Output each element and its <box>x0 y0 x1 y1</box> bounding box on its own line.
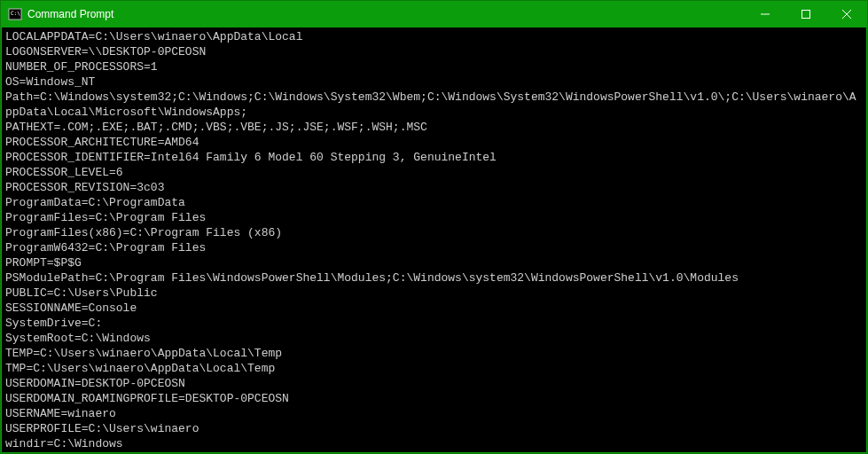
terminal-line: USERPROFILE=C:\Users\winaero <box>5 421 863 436</box>
terminal-line: ProgramData=C:\ProgramData <box>5 195 863 210</box>
terminal-line: ProgramFiles=C:\Program Files <box>5 210 863 225</box>
terminal-line: PROCESSOR_LEVEL=6 <box>5 165 863 180</box>
close-button[interactable] <box>826 1 867 27</box>
terminal-line: TEMP=C:\Users\winaero\AppData\Local\Temp <box>5 346 863 361</box>
terminal-line: PROCESSOR_IDENTIFIER=Intel64 Family 6 Mo… <box>5 150 863 165</box>
terminal-line: NUMBER_OF_PROCESSORS=1 <box>5 59 863 74</box>
terminal-line: SESSIONNAME=Console <box>5 301 863 316</box>
close-icon <box>842 10 851 19</box>
terminal-prompt[interactable]: C:\Users\winaero> <box>5 451 863 452</box>
cmd-icon: C:\ <box>8 7 22 21</box>
terminal-line: USERDOMAIN_ROAMINGPROFILE=DESKTOP-0PCEOS… <box>5 391 863 406</box>
terminal-line: PROCESSOR_ARCHITECTURE=AMD64 <box>5 135 863 150</box>
titlebar[interactable]: C:\ Command Prompt <box>1 1 867 27</box>
terminal-line: windir=C:\Windows <box>5 436 863 451</box>
terminal-line: Path=C:\Windows\system32;C:\Windows;C:\W… <box>5 90 863 120</box>
minimize-button[interactable] <box>745 1 786 27</box>
terminal-line: LOGONSERVER=\\DESKTOP-0PCEOSN <box>5 44 863 59</box>
terminal-line: ProgramFiles(x86)=C:\Program Files (x86) <box>5 225 863 240</box>
svg-text:C:\: C:\ <box>11 10 20 16</box>
terminal-line: USERDOMAIN=DESKTOP-0PCEOSN <box>5 376 863 391</box>
terminal-line: ProgramW6432=C:\Program Files <box>5 240 863 255</box>
terminal-output[interactable]: LOCALAPPDATA=C:\Users\winaero\AppData\Lo… <box>2 27 866 452</box>
terminal-line: USERNAME=winaero <box>5 406 863 421</box>
terminal-line: OS=Windows_NT <box>5 74 863 90</box>
window-controls <box>745 1 867 27</box>
terminal-line: PATHEXT=.COM;.EXE;.BAT;.CMD;.VBS;.VBE;.J… <box>5 120 863 135</box>
terminal-line: LOCALAPPDATA=C:\Users\winaero\AppData\Lo… <box>5 29 863 44</box>
terminal-line: PROMPT=$P$G <box>5 255 863 270</box>
terminal-line: PROCESSOR_REVISION=3c03 <box>5 180 863 195</box>
maximize-button[interactable] <box>786 1 826 27</box>
terminal-line: PUBLIC=C:\Users\Public <box>5 286 863 301</box>
maximize-icon <box>802 10 810 19</box>
window-title: Command Prompt <box>27 8 113 20</box>
terminal-line: SystemRoot=C:\Windows <box>5 331 863 346</box>
terminal-line: PSModulePath=C:\Program Files\WindowsPow… <box>5 270 863 286</box>
terminal-line: TMP=C:\Users\winaero\AppData\Local\Temp <box>5 361 863 376</box>
minimize-icon <box>761 10 770 19</box>
terminal-line: SystemDrive=C: <box>5 316 863 331</box>
svg-rect-3 <box>802 11 810 19</box>
